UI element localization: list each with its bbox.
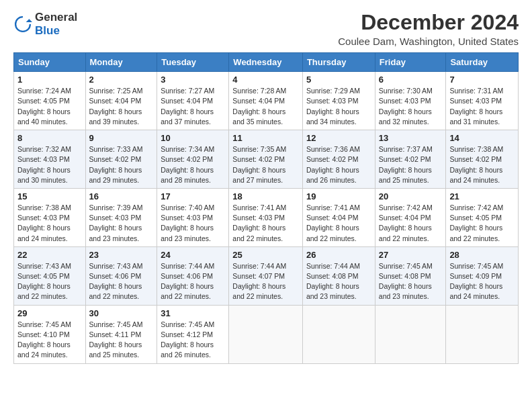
calendar-cell: 5Sunrise: 7:29 AM Sunset: 4:03 PM Daylig… [302, 72, 375, 130]
day-number: 23 [89, 250, 154, 260]
logo-text: General Blue [35, 11, 77, 37]
calendar-cell: 23Sunrise: 7:43 AM Sunset: 4:06 PM Dayli… [85, 246, 157, 305]
calendar-cell: 20Sunrise: 7:42 AM Sunset: 4:04 PM Dayli… [375, 188, 446, 246]
day-number: 21 [449, 191, 515, 201]
calendar-cell: 6Sunrise: 7:30 AM Sunset: 4:03 PM Daylig… [375, 72, 446, 130]
day-number: 20 [379, 191, 443, 201]
title-block: December 2024 Coulee Dam, Washington, Un… [338, 11, 519, 47]
day-number: 29 [17, 308, 82, 318]
calendar-cell: 13Sunrise: 7:37 AM Sunset: 4:02 PM Dayli… [375, 130, 446, 189]
day-info: Sunrise: 7:38 AM Sunset: 4:02 PM Dayligh… [449, 144, 515, 185]
day-number: 12 [306, 133, 371, 143]
calendar-cell: 7Sunrise: 7:31 AM Sunset: 4:03 PM Daylig… [446, 72, 519, 130]
day-number: 11 [232, 133, 299, 143]
day-number: 4 [232, 75, 299, 85]
day-number: 24 [161, 250, 225, 260]
day-number: 30 [89, 308, 154, 318]
calendar-cell [302, 305, 375, 363]
day-info: Sunrise: 7:29 AM Sunset: 4:03 PM Dayligh… [306, 86, 371, 127]
logo: General Blue [13, 11, 77, 37]
day-info: Sunrise: 7:37 AM Sunset: 4:02 PM Dayligh… [379, 144, 443, 185]
day-info: Sunrise: 7:32 AM Sunset: 4:03 PM Dayligh… [17, 144, 82, 185]
day-number: 16 [89, 191, 154, 201]
day-info: Sunrise: 7:42 AM Sunset: 4:05 PM Dayligh… [449, 203, 515, 244]
day-info: Sunrise: 7:40 AM Sunset: 4:03 PM Dayligh… [161, 203, 225, 244]
day-number: 6 [379, 75, 443, 85]
calendar-cell: 12Sunrise: 7:36 AM Sunset: 4:02 PM Dayli… [302, 130, 375, 189]
calendar-cell: 3Sunrise: 7:27 AM Sunset: 4:04 PM Daylig… [157, 72, 229, 130]
day-number: 26 [306, 250, 371, 260]
day-number: 5 [306, 75, 371, 85]
calendar-week-2: 8Sunrise: 7:32 AM Sunset: 4:03 PM Daylig… [14, 130, 519, 189]
day-info: Sunrise: 7:45 AM Sunset: 4:08 PM Dayligh… [379, 261, 443, 302]
day-number: 9 [89, 133, 154, 143]
calendar-cell: 29Sunrise: 7:45 AM Sunset: 4:10 PM Dayli… [14, 305, 86, 363]
calendar-week-4: 22Sunrise: 7:43 AM Sunset: 4:05 PM Dayli… [14, 246, 519, 305]
day-info: Sunrise: 7:45 AM Sunset: 4:10 PM Dayligh… [17, 320, 82, 361]
calendar-cell: 15Sunrise: 7:38 AM Sunset: 4:03 PM Dayli… [14, 188, 86, 246]
header-cell-monday: Monday [85, 53, 157, 72]
header-cell-tuesday: Tuesday [157, 53, 229, 72]
calendar-week-1: 1Sunrise: 7:24 AM Sunset: 4:05 PM Daylig… [14, 72, 519, 130]
day-number: 27 [379, 250, 443, 260]
calendar-header-row: SundayMondayTuesdayWednesdayThursdayFrid… [14, 53, 519, 72]
logo-icon [13, 15, 32, 34]
calendar-cell: 19Sunrise: 7:41 AM Sunset: 4:04 PM Dayli… [302, 188, 375, 246]
calendar-cell: 4Sunrise: 7:28 AM Sunset: 4:04 PM Daylig… [229, 72, 303, 130]
day-number: 25 [232, 250, 299, 260]
day-number: 7 [449, 75, 515, 85]
day-info: Sunrise: 7:44 AM Sunset: 4:06 PM Dayligh… [161, 261, 225, 302]
calendar-cell: 1Sunrise: 7:24 AM Sunset: 4:05 PM Daylig… [14, 72, 86, 130]
page: General Blue December 2024 Coulee Dam, W… [0, 0, 532, 372]
calendar-cell [446, 305, 519, 363]
day-number: 8 [17, 133, 82, 143]
day-info: Sunrise: 7:24 AM Sunset: 4:05 PM Dayligh… [17, 86, 82, 127]
calendar-week-5: 29Sunrise: 7:45 AM Sunset: 4:10 PM Dayli… [14, 305, 519, 363]
day-info: Sunrise: 7:31 AM Sunset: 4:03 PM Dayligh… [449, 86, 515, 127]
day-number: 22 [17, 250, 82, 260]
day-info: Sunrise: 7:45 AM Sunset: 4:11 PM Dayligh… [89, 320, 154, 361]
day-info: Sunrise: 7:33 AM Sunset: 4:02 PM Dayligh… [89, 144, 154, 185]
header-cell-thursday: Thursday [302, 53, 375, 72]
calendar-cell: 10Sunrise: 7:34 AM Sunset: 4:02 PM Dayli… [157, 130, 229, 189]
month-title: December 2024 [338, 11, 519, 34]
calendar-cell: 18Sunrise: 7:41 AM Sunset: 4:03 PM Dayli… [229, 188, 303, 246]
day-number: 28 [449, 250, 515, 260]
day-number: 31 [161, 308, 225, 318]
day-info: Sunrise: 7:36 AM Sunset: 4:02 PM Dayligh… [306, 144, 371, 185]
day-number: 10 [161, 133, 225, 143]
day-number: 1 [17, 75, 82, 85]
day-info: Sunrise: 7:45 AM Sunset: 4:09 PM Dayligh… [449, 261, 515, 302]
calendar-cell: 25Sunrise: 7:44 AM Sunset: 4:07 PM Dayli… [229, 246, 303, 305]
calendar-cell: 8Sunrise: 7:32 AM Sunset: 4:03 PM Daylig… [14, 130, 86, 189]
day-number: 13 [379, 133, 443, 143]
day-number: 3 [161, 75, 225, 85]
calendar-cell: 22Sunrise: 7:43 AM Sunset: 4:05 PM Dayli… [14, 246, 86, 305]
calendar-cell: 27Sunrise: 7:45 AM Sunset: 4:08 PM Dayli… [375, 246, 446, 305]
calendar-cell: 28Sunrise: 7:45 AM Sunset: 4:09 PM Dayli… [446, 246, 519, 305]
day-info: Sunrise: 7:30 AM Sunset: 4:03 PM Dayligh… [379, 86, 443, 127]
calendar-cell: 26Sunrise: 7:44 AM Sunset: 4:08 PM Dayli… [302, 246, 375, 305]
calendar-cell: 31Sunrise: 7:45 AM Sunset: 4:12 PM Dayli… [157, 305, 229, 363]
day-number: 17 [161, 191, 225, 201]
day-number: 15 [17, 191, 82, 201]
location-title: Coulee Dam, Washington, United States [338, 36, 519, 47]
day-info: Sunrise: 7:28 AM Sunset: 4:04 PM Dayligh… [232, 86, 299, 127]
day-info: Sunrise: 7:43 AM Sunset: 4:05 PM Dayligh… [17, 261, 82, 302]
day-info: Sunrise: 7:34 AM Sunset: 4:02 PM Dayligh… [161, 144, 225, 185]
header-cell-sunday: Sunday [14, 53, 86, 72]
day-info: Sunrise: 7:44 AM Sunset: 4:07 PM Dayligh… [232, 261, 299, 302]
day-info: Sunrise: 7:41 AM Sunset: 4:03 PM Dayligh… [232, 203, 299, 244]
day-info: Sunrise: 7:43 AM Sunset: 4:06 PM Dayligh… [89, 261, 154, 302]
header-cell-friday: Friday [375, 53, 446, 72]
calendar-cell: 17Sunrise: 7:40 AM Sunset: 4:03 PM Dayli… [157, 188, 229, 246]
day-number: 19 [306, 191, 371, 201]
header-cell-saturday: Saturday [446, 53, 519, 72]
day-info: Sunrise: 7:39 AM Sunset: 4:03 PM Dayligh… [89, 203, 154, 244]
calendar-week-3: 15Sunrise: 7:38 AM Sunset: 4:03 PM Dayli… [14, 188, 519, 246]
day-info: Sunrise: 7:44 AM Sunset: 4:08 PM Dayligh… [306, 261, 371, 302]
calendar-cell [375, 305, 446, 363]
day-info: Sunrise: 7:41 AM Sunset: 4:04 PM Dayligh… [306, 203, 371, 244]
day-info: Sunrise: 7:45 AM Sunset: 4:12 PM Dayligh… [161, 320, 225, 361]
header: General Blue December 2024 Coulee Dam, W… [13, 11, 519, 47]
